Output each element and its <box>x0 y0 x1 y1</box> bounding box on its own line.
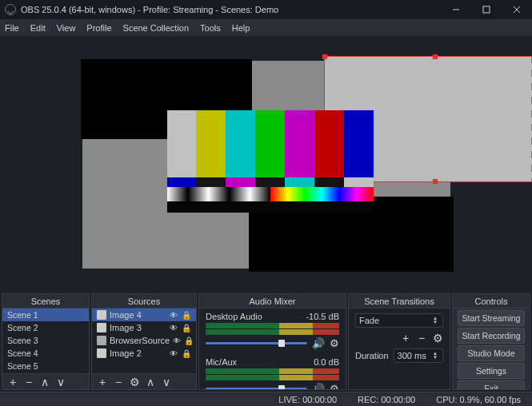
menu-help[interactable]: Help <box>232 23 250 33</box>
exit-button[interactable]: Exit <box>458 380 525 389</box>
scenes-panel: Scenes Scene 1Scene 2Scene 3Scene 4Scene… <box>2 293 90 390</box>
visibility-toggle[interactable]: 👁 <box>169 323 178 332</box>
audio-mixer-header: Audio Mixer <box>199 294 346 308</box>
maximize-button[interactable] <box>471 0 502 19</box>
studio-mode-button[interactable]: Studio Mode <box>458 345 525 361</box>
channel-name: Desktop Audio <box>206 312 262 321</box>
source-label: Image 4 <box>110 310 166 320</box>
source-label: BrowserSource <box>110 336 170 345</box>
source-down-button[interactable]: ∨ <box>161 376 172 388</box>
status-live: LIVE: 00:00:00 <box>278 395 337 404</box>
menu-edit[interactable]: Edit <box>30 23 46 33</box>
status-cpu: CPU: 0.9%, 60.00 fps <box>436 395 521 404</box>
scenes-header: Scenes <box>2 294 89 308</box>
channel-level: 0.0 dB <box>314 357 339 367</box>
visibility-toggle[interactable]: 👁 <box>169 348 178 358</box>
start-streaming-button[interactable]: Start Streaming <box>458 310 525 326</box>
menu-tools[interactable]: Tools <box>200 23 221 33</box>
controls-body: Start StreamingStart RecordingStudio Mod… <box>453 308 530 389</box>
audio-meter <box>206 375 339 380</box>
menu-file[interactable]: File <box>5 23 19 33</box>
sources-panel: Sources Image 4👁🔒Image 3👁🔒BrowserSource👁… <box>91 293 197 390</box>
title-bar: OBS 25.0.4 (64-bit, windows) - Profile: … <box>0 0 532 19</box>
scene-down-button[interactable]: ∨ <box>55 376 66 388</box>
sources-header: Sources <box>92 294 196 308</box>
minimize-button[interactable] <box>441 0 471 19</box>
transition-type: Fade <box>359 316 379 325</box>
lock-toggle[interactable]: 🔒 <box>182 310 191 320</box>
scene-item[interactable]: Scene 4 <box>2 347 89 360</box>
preview-area[interactable] <box>0 37 532 292</box>
menu-view[interactable]: View <box>57 23 76 33</box>
audio-mixer-body: Desktop Audio-10.5 dB🔊⚙Mic/Aux0.0 dB🔊⚙ <box>199 308 346 389</box>
source-item[interactable]: BrowserSource👁🔒 <box>92 334 196 347</box>
visibility-toggle[interactable]: 👁 <box>169 310 178 320</box>
sources-list[interactable]: Image 4👁🔒Image 3👁🔒BrowserSource👁🔒Image 2… <box>92 308 196 373</box>
add-scene-button[interactable]: + <box>7 376 18 388</box>
duration-input[interactable]: 300 ms ▲▼ <box>394 348 443 363</box>
scene-item[interactable]: Scene 5 <box>2 360 89 372</box>
browser-icon <box>97 336 106 345</box>
lock-toggle[interactable]: 🔒 <box>184 336 194 345</box>
channel-level: -10.5 dB <box>306 312 339 321</box>
controls-header: Controls <box>453 294 530 308</box>
start-recording-button[interactable]: Start Recording <box>458 328 525 344</box>
transition-properties-button[interactable]: ⚙ <box>432 332 443 344</box>
source-item[interactable]: Image 4👁🔒 <box>92 308 196 321</box>
remove-source-button[interactable]: − <box>113 376 124 388</box>
source-label: Image 3 <box>110 323 166 332</box>
menu-bar: File Edit View Profile Scene Collection … <box>0 19 532 37</box>
add-source-button[interactable]: + <box>97 376 108 388</box>
speaker-icon[interactable]: 🔊 <box>312 383 325 389</box>
speaker-icon[interactable]: 🔊 <box>312 337 325 349</box>
audio-mixer-panel: Audio Mixer Desktop Audio-10.5 dB🔊⚙Mic/A… <box>198 293 346 390</box>
resize-handle-b[interactable] <box>433 179 438 184</box>
visibility-toggle[interactable]: 👁 <box>173 336 181 345</box>
mixer-channel: Mic/Aux0.0 dB🔊⚙ <box>199 354 346 389</box>
menu-scene-collection[interactable]: Scene Collection <box>123 23 190 33</box>
menu-profile[interactable]: Profile <box>86 23 111 33</box>
source-item[interactable]: Image 3👁🔒 <box>92 321 196 334</box>
audio-meter <box>206 329 339 335</box>
source-up-button[interactable]: ∧ <box>145 376 156 388</box>
close-button[interactable] <box>502 0 532 19</box>
scene-item[interactable]: Scene 2 <box>2 321 89 334</box>
image-icon <box>97 323 106 332</box>
mixer-channel: Desktop Audio-10.5 dB🔊⚙ <box>199 308 346 354</box>
svg-rect-1 <box>483 6 490 13</box>
volume-slider[interactable] <box>206 388 307 389</box>
scenes-list[interactable]: Scene 1Scene 2Scene 3Scene 4Scene 5Scene… <box>2 308 89 373</box>
scene-item[interactable]: Scene 1 <box>2 308 89 321</box>
obs-logo-icon <box>5 4 16 15</box>
status-rec: REC: 00:00:00 <box>358 395 415 404</box>
remove-transition-button[interactable]: − <box>416 332 427 344</box>
source-label: Image 2 <box>110 348 166 358</box>
channel-settings-button[interactable]: ⚙ <box>330 337 339 349</box>
image-icon <box>97 348 106 358</box>
transition-select[interactable]: Fade ▲▼ <box>355 313 443 328</box>
lock-toggle[interactable]: 🔒 <box>182 348 191 358</box>
window-title: OBS 25.0.4 (64-bit, windows) - Profile: … <box>21 5 278 14</box>
scene-item[interactable]: Scene 3 <box>2 334 89 347</box>
add-transition-button[interactable]: + <box>400 332 411 344</box>
resize-handle-t[interactable] <box>433 54 438 59</box>
volume-slider[interactable] <box>206 342 307 344</box>
audio-meter <box>206 323 339 328</box>
duration-label: Duration <box>355 351 389 360</box>
color-bars-source[interactable] <box>167 110 374 213</box>
channel-settings-button[interactable]: ⚙ <box>330 383 339 389</box>
settings-button[interactable]: Settings <box>458 363 525 379</box>
lock-toggle[interactable]: 🔒 <box>182 323 191 332</box>
remove-scene-button[interactable]: − <box>23 376 34 388</box>
duration-value: 300 ms <box>398 351 426 360</box>
source-item[interactable]: Image 2👁🔒 <box>92 347 196 360</box>
channel-name: Mic/Aux <box>206 357 237 367</box>
docks: Scenes Scene 1Scene 2Scene 3Scene 4Scene… <box>0 292 532 392</box>
transitions-body: Fade ▲▼ + − ⚙ Duration 300 ms ▲▼ <box>349 308 450 389</box>
scene-up-button[interactable]: ∧ <box>39 376 50 388</box>
preview-canvas[interactable] <box>82 61 450 269</box>
source-properties-button[interactable]: ⚙ <box>129 376 140 388</box>
image-icon <box>97 310 106 320</box>
resize-handle-tl[interactable] <box>322 54 327 59</box>
status-bar: LIVE: 00:00:00 REC: 00:00:00 CPU: 0.9%, … <box>0 392 532 406</box>
